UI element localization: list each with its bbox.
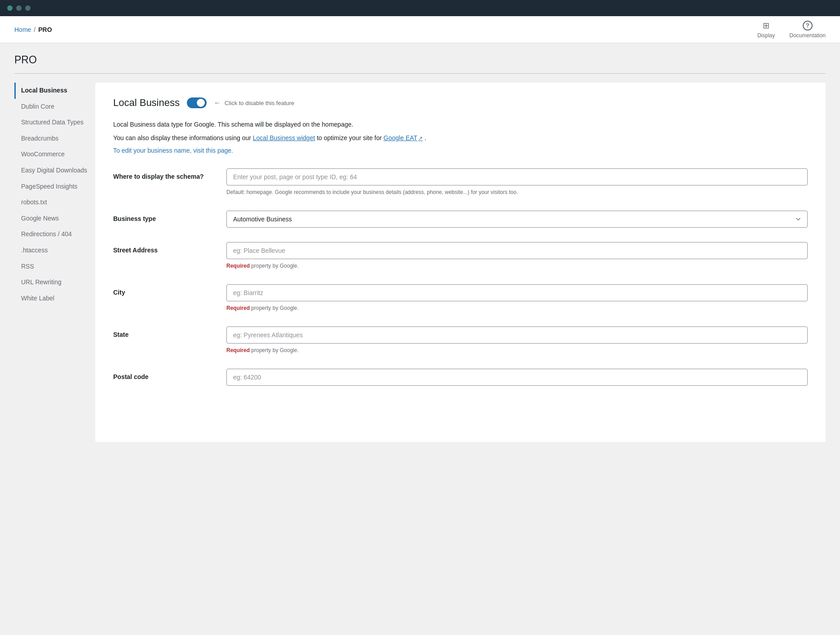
sidebar-item-white-label[interactable]: White Label [14,291,95,307]
feature-header: Local Business ← Click to disable this f… [113,97,808,109]
toggle-thumb [197,99,205,107]
feature-hint: ← Click to disable this feature [214,99,294,107]
main-content: Local Business ← Click to disable this f… [95,83,826,442]
form-row-business-type: Business type Automotive Business Restau… [113,211,808,228]
form-label-col-street-address: Street Address [113,242,212,254]
form-row-postal-code: Postal code [113,369,808,386]
postal-code-input[interactable] [226,369,808,386]
sidebar-item-dublin-core[interactable]: Dublin Core [14,99,95,115]
schema-display-hint: Default: homepage. Google recommends to … [226,188,808,196]
topnav: Home / PRO ⊞ Display ? Documentation [0,16,840,43]
titlebar-dot-green [25,5,31,11]
feature-hint-text: Click to disable this feature [225,100,294,106]
form-row-city: City Required property by Google. [113,284,808,312]
edit-business-name-link[interactable]: To edit your business name, visit this p… [113,147,233,154]
sidebar-item-local-business[interactable]: Local Business [14,83,95,99]
breadcrumb: Home / PRO [14,26,52,33]
form-field-col-street-address: Required property by Google. [226,242,808,270]
titlebar-dot-yellow [16,5,22,11]
description-suffix: . [423,134,426,141]
sidebar-item-structured-data-types[interactable]: Structured Data Types [14,115,95,131]
description-middle: to optimize your site for [315,134,384,141]
sidebar-item-robots-txt[interactable]: robots.txt [14,194,95,211]
description-line2: You can also display these informations … [113,133,808,143]
form-row-street-address: Street Address Required property by Goog… [113,242,808,270]
state-hint: Required property by Google. [226,346,808,354]
description-prefix: You can also display these informations … [113,134,253,141]
sidebar-item-woocommerce[interactable]: WooCommerce [14,146,95,163]
sidebar-item-redirections-404[interactable]: Redirections / 404 [14,226,95,243]
city-hint: Required property by Google. [226,304,808,312]
documentation-action[interactable]: ? Documentation [789,21,826,39]
display-label: Display [757,32,775,39]
schema-display-input[interactable] [226,168,808,185]
form-field-col-postal-code [226,369,808,386]
sidebar-item-url-rewriting[interactable]: URL Rewriting [14,274,95,291]
sidebar: Local Business Dublin Core Structured Da… [14,83,95,306]
documentation-label: Documentation [789,32,826,39]
topnav-actions: ⊞ Display ? Documentation [757,21,826,39]
state-required-suffix: property by Google. [250,347,299,353]
schema-display-label: Where to display the schema? [113,168,212,180]
form-label-col-business-type: Business type [113,211,212,222]
form-label-col-city: City [113,284,212,296]
form-field-col-state: Required property by Google. [226,326,808,354]
feature-toggle[interactable] [187,97,207,108]
feature-heading: Local Business [113,97,180,109]
sidebar-item-easy-digital-downloads[interactable]: Easy Digital Downloads [14,163,95,179]
display-icon: ⊞ [761,21,771,31]
display-action[interactable]: ⊞ Display [757,21,775,39]
breadcrumb-separator: / [34,26,35,33]
page-wrapper: PRO Local Business Dublin Core Structure… [0,43,840,453]
sidebar-item-htaccess[interactable]: .htaccess [14,243,95,259]
form-row-state: State Required property by Google. [113,326,808,354]
layout: Local Business Dublin Core Structured Da… [14,83,826,442]
form-label-col-state: State [113,326,212,338]
arrow-left-icon: ← [214,99,221,107]
state-input[interactable] [226,326,808,344]
page-title: PRO [14,54,826,74]
form-label-col-schema-display: Where to display the schema? [113,168,212,180]
street-address-hint: Required property by Google. [226,262,808,270]
form-row-schema-display: Where to display the schema? Default: ho… [113,168,808,196]
street-address-label: Street Address [113,242,212,254]
form-field-col-business-type: Automotive Business Restaurant Hotel Sto… [226,211,808,228]
description-line1: Local Business data type for Google. Thi… [113,119,808,129]
state-required-text: Required [226,347,250,353]
street-address-input[interactable] [226,242,808,259]
sidebar-item-google-news[interactable]: Google News [14,211,95,227]
google-eat-link[interactable]: Google EAT↗ [384,134,423,141]
breadcrumb-current: PRO [38,26,52,33]
street-address-required-suffix: property by Google. [250,263,299,269]
sidebar-item-pagespeed-insights[interactable]: PageSpeed Insights [14,179,95,195]
external-link-icon: ↗ [418,135,423,141]
breadcrumb-home[interactable]: Home [14,26,31,33]
postal-code-label: Postal code [113,369,212,380]
city-input[interactable] [226,284,808,301]
form-label-col-postal-code: Postal code [113,369,212,380]
street-address-required-text: Required [226,263,250,269]
city-required-text: Required [226,305,250,311]
business-type-select[interactable]: Automotive Business Restaurant Hotel Sto… [226,211,808,228]
form-field-col-schema-display: Default: homepage. Google recommends to … [226,168,808,196]
toggle-track [187,97,207,108]
city-label: City [113,284,212,296]
titlebar [0,0,840,16]
local-business-widget-link[interactable]: Local Business widget [253,134,315,141]
titlebar-dot-red [7,5,13,11]
business-type-label: Business type [113,211,212,222]
documentation-icon: ? [803,21,813,31]
sidebar-item-breadcrumbs[interactable]: Breadcrumbs [14,131,95,147]
state-label: State [113,326,212,338]
city-required-suffix: property by Google. [250,305,299,311]
sidebar-item-rss[interactable]: RSS [14,259,95,275]
form-field-col-city: Required property by Google. [226,284,808,312]
